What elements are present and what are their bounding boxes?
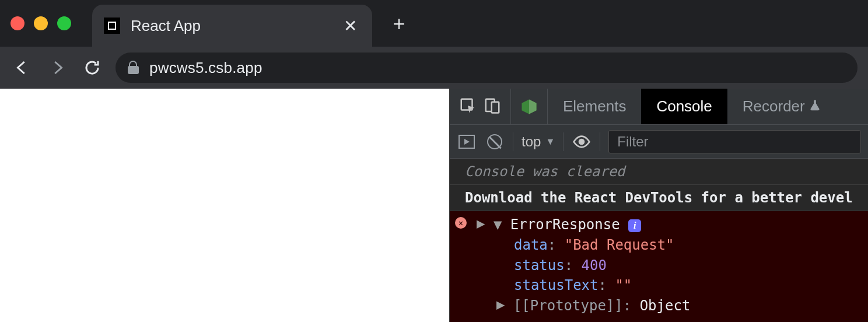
- tab-elements[interactable]: Elements: [548, 89, 641, 124]
- chevron-down-icon: ▼: [545, 136, 555, 147]
- main-area: Elements Console Recorder top: [0, 89, 868, 322]
- error-prop-key: statusText: [514, 277, 598, 293]
- nodejs-icon[interactable]: [520, 98, 538, 116]
- devtools-left-icons: [450, 89, 511, 124]
- console-filter-input[interactable]: [617, 134, 852, 150]
- url-text: pwcws5.csb.app: [149, 59, 262, 77]
- tab-title: React App: [131, 17, 201, 35]
- page-content[interactable]: [0, 89, 449, 322]
- error-prop-value: "Bad Request": [565, 237, 674, 253]
- clear-console-icon[interactable]: [485, 132, 505, 152]
- devtools-tab-bar: Elements Console Recorder: [450, 89, 868, 125]
- tab-console[interactable]: Console: [641, 89, 727, 124]
- expand-arrow-icon[interactable]: ▶: [496, 295, 505, 315]
- console-toolbar: top ▼: [450, 125, 868, 159]
- window-controls: [10, 16, 71, 30]
- error-prop-value: 400: [582, 257, 607, 274]
- error-prop-key: data: [514, 237, 548, 253]
- info-badge-icon[interactable]: i: [628, 219, 641, 232]
- error-proto-key: [[Prototype]]: [513, 298, 623, 314]
- address-bar[interactable]: pwcws5.csb.app: [116, 52, 858, 83]
- console-output: Console was cleared Download the React D…: [450, 159, 868, 322]
- separator: [513, 132, 513, 151]
- console-cleared-message: Console was cleared: [450, 159, 868, 185]
- tab-favicon: [104, 18, 120, 34]
- error-icon: ✕: [455, 217, 467, 229]
- reload-button[interactable]: [80, 56, 104, 79]
- svg-rect-2: [492, 102, 499, 113]
- error-prop-key: status: [514, 257, 565, 274]
- close-tab-button[interactable]: ✕: [344, 16, 357, 36]
- browser-tab[interactable]: React App ✕: [92, 5, 372, 47]
- device-toolbar-icon[interactable]: [484, 97, 501, 117]
- browser-toolbar: pwcws5.csb.app: [0, 47, 868, 89]
- console-filter[interactable]: [608, 130, 861, 153]
- devtools-panel: Elements Console Recorder top: [449, 89, 868, 322]
- browser-tab-strip: React App ✕ ＋: [0, 0, 868, 47]
- back-button[interactable]: [10, 56, 34, 79]
- inspect-element-icon[interactable]: [459, 97, 477, 117]
- separator: [563, 132, 564, 151]
- error-prop-value: "": [615, 277, 632, 293]
- tab-recorder[interactable]: Recorder: [727, 89, 836, 124]
- error-proto-value: Object: [640, 298, 691, 314]
- forward-button[interactable]: [46, 56, 69, 79]
- new-tab-button[interactable]: ＋: [388, 13, 410, 34]
- lock-icon: [128, 61, 140, 74]
- separator: [600, 132, 600, 151]
- close-window-button[interactable]: [10, 16, 24, 30]
- flask-icon: [808, 97, 821, 116]
- error-object-name: ErrorResponse: [510, 216, 620, 233]
- collapse-arrow-icon[interactable]: ▼: [494, 215, 502, 235]
- maximize-window-button[interactable]: [57, 16, 71, 30]
- console-log-message: Download the React DevTools for a better…: [450, 185, 868, 211]
- expand-arrow-icon[interactable]: ▶: [477, 214, 485, 234]
- toggle-console-sidebar-icon[interactable]: [457, 132, 477, 152]
- live-expression-icon[interactable]: [572, 132, 592, 152]
- svg-point-5: [579, 139, 584, 144]
- console-error-entry[interactable]: ✕ ▶ ▼ ErrorResponse i data: "Bad Request…: [450, 211, 868, 322]
- svg-marker-4: [529, 99, 537, 114]
- minimize-window-button[interactable]: [34, 16, 48, 30]
- context-selector[interactable]: top ▼: [522, 134, 555, 150]
